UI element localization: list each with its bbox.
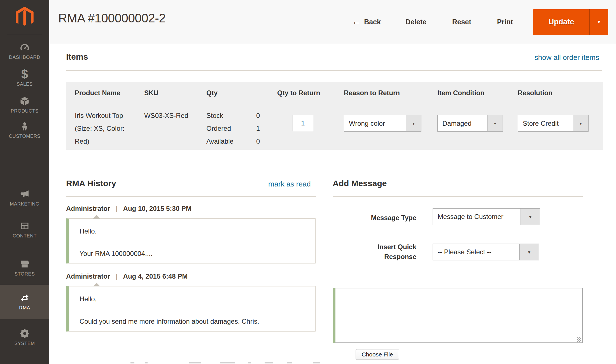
history-entry-header: Administrator | Aug 4, 2015 6:48 PM bbox=[66, 272, 188, 280]
magento-logo-icon bbox=[14, 6, 35, 30]
col-header-product-name: Product Name bbox=[75, 89, 144, 97]
quick-response-select[interactable]: -- Please Select -- ▼ bbox=[433, 244, 539, 260]
message-type-select[interactable]: Message to Customer ▼ bbox=[433, 208, 540, 225]
back-arrow-icon: ← bbox=[352, 17, 360, 26]
col-header-item-condition: Item Condition bbox=[437, 89, 518, 97]
sidebar-item-system[interactable]: SYSTEM bbox=[0, 327, 49, 346]
rma-icon bbox=[0, 292, 49, 304]
history-message-note: Hello, Could you send me more informatio… bbox=[66, 286, 316, 332]
rma-history-rule bbox=[66, 196, 316, 197]
magento-logo[interactable] bbox=[0, 6, 49, 31]
history-separator: | bbox=[116, 272, 117, 280]
update-split-button[interactable]: Update ▼ bbox=[533, 9, 608, 35]
resize-handle[interactable] bbox=[577, 337, 581, 342]
sidebar-item-label: RMA bbox=[0, 305, 49, 311]
cell-qty-to-return bbox=[277, 109, 344, 148]
delete-button[interactable]: Delete bbox=[405, 18, 426, 26]
marketing-icon bbox=[0, 188, 49, 200]
sidebar-item-label: SYSTEM bbox=[0, 341, 49, 346]
header-actions: ← Back Delete Reset Print Update ▼ bbox=[352, 0, 608, 44]
sidebar-item-rma[interactable]: RMA bbox=[0, 285, 49, 319]
update-dropdown-toggle[interactable]: ▼ bbox=[590, 9, 608, 35]
system-icon bbox=[0, 328, 49, 339]
cell-sku: WS03-XS-Red bbox=[144, 109, 206, 148]
sidebar-item-sales[interactable]: $ SALES bbox=[0, 68, 49, 87]
history-author: Administrator bbox=[66, 272, 110, 280]
chevron-down-icon: ▼ bbox=[519, 244, 539, 260]
cell-item-condition: Damaged ▼ bbox=[437, 109, 518, 148]
history-date: Aug 10, 2015 5:30 PM bbox=[123, 205, 192, 213]
sidebar-item-dashboard[interactable]: DASHBOARD bbox=[0, 41, 49, 60]
admin-sidebar: DASHBOARD $ SALES PRODUCTS CUSTOMERS MAR… bbox=[0, 0, 49, 364]
chevron-down-icon: ▼ bbox=[487, 115, 503, 131]
cell-qty: Stock 0 Ordered 1 Available 0 bbox=[206, 109, 277, 148]
chevron-down-icon: ▼ bbox=[406, 115, 421, 131]
add-message-rule bbox=[333, 196, 583, 197]
history-separator: | bbox=[116, 205, 117, 213]
sidebar-item-products[interactable]: PRODUCTS bbox=[0, 95, 49, 114]
message-type-label: Message Type bbox=[333, 213, 416, 223]
qty-ordered-row: Ordered 1 bbox=[206, 122, 277, 135]
history-message-note: Hello, Your RMA 100000004.... bbox=[66, 218, 316, 263]
col-header-sku: SKU bbox=[144, 89, 206, 97]
sidebar-divider bbox=[7, 35, 42, 35]
customers-icon bbox=[0, 120, 49, 132]
sidebar-item-label: CONTENT bbox=[0, 233, 49, 239]
history-date: Aug 4, 2015 6:48 PM bbox=[123, 272, 188, 280]
sidebar-item-label: PRODUCTS bbox=[0, 108, 49, 114]
sidebar-item-label: STORES bbox=[0, 271, 49, 277]
col-header-resolution: Resolution bbox=[518, 89, 603, 97]
sidebar-item-label: SALES bbox=[0, 81, 49, 87]
chevron-down-icon: ▼ bbox=[597, 19, 601, 25]
quick-response-label: Insert Quick Response bbox=[366, 242, 416, 262]
sales-icon: $ bbox=[0, 68, 49, 80]
reason-to-return-select[interactable]: Wrong color ▼ bbox=[344, 115, 421, 132]
print-button[interactable]: Print bbox=[497, 18, 513, 26]
stores-icon bbox=[0, 258, 49, 270]
mark-as-read-link[interactable]: mark as read bbox=[268, 180, 311, 188]
chevron-down-icon: ▼ bbox=[573, 115, 588, 131]
items-table: Product Name SKU Qty Qty to Return Reaso… bbox=[66, 82, 603, 150]
rma-detail-page: DASHBOARD $ SALES PRODUCTS CUSTOMERS MAR… bbox=[0, 0, 616, 364]
history-entry-header: Administrator | Aug 10, 2015 5:30 PM bbox=[66, 205, 192, 213]
sidebar-item-stores[interactable]: STORES bbox=[0, 258, 49, 277]
page-header: RMA #100000002-2 ← Back Delete Reset Pri… bbox=[49, 0, 616, 44]
items-section-title: Items bbox=[66, 52, 88, 62]
col-header-reason-to-return: Reason to Return bbox=[344, 89, 437, 97]
rma-history-title: RMA History bbox=[66, 179, 116, 188]
history-author: Administrator bbox=[66, 205, 110, 213]
col-header-qty: Qty bbox=[206, 89, 277, 97]
resolution-select[interactable]: Store Credit ▼ bbox=[518, 115, 589, 132]
sidebar-item-content[interactable]: CONTENT bbox=[0, 220, 49, 239]
clipped-text-row bbox=[0, 362, 616, 364]
dashboard-icon bbox=[0, 41, 49, 53]
comment-textarea[interactable] bbox=[335, 288, 582, 342]
chevron-down-icon: ▼ bbox=[521, 209, 540, 225]
items-section-rule bbox=[66, 70, 602, 71]
products-icon bbox=[0, 95, 49, 107]
sidebar-item-label: MARKETING bbox=[0, 201, 49, 207]
back-button[interactable]: ← Back bbox=[352, 17, 381, 27]
qty-stock-row: Stock 0 bbox=[206, 109, 277, 122]
sidebar-item-marketing[interactable]: MARKETING bbox=[0, 188, 49, 207]
add-message-title: Add Message bbox=[333, 179, 387, 188]
sidebar-item-label: CUSTOMERS bbox=[0, 134, 49, 139]
update-button[interactable]: Update bbox=[533, 9, 589, 35]
show-all-order-items-link[interactable]: show all order items bbox=[535, 53, 599, 62]
sidebar-item-customers[interactable]: CUSTOMERS bbox=[0, 120, 49, 139]
content-icon bbox=[0, 220, 49, 232]
page-title: RMA #100000002-2 bbox=[58, 11, 165, 25]
qty-to-return-input[interactable] bbox=[293, 115, 313, 131]
reset-button[interactable]: Reset bbox=[452, 18, 471, 26]
cell-reason-to-return: Wrong color ▼ bbox=[344, 109, 437, 148]
item-condition-select[interactable]: Damaged ▼ bbox=[437, 115, 503, 132]
history-message-text: Hello, Could you send me more informatio… bbox=[69, 286, 315, 327]
cell-resolution: Store Credit ▼ bbox=[518, 109, 603, 148]
col-header-qty-to-return: Qty to Return bbox=[277, 89, 344, 97]
history-message-text: Hello, Your RMA 100000004.... bbox=[69, 219, 315, 259]
comment-box bbox=[333, 288, 583, 343]
qty-available-row: Available 0 bbox=[206, 135, 277, 148]
sidebar-item-label: DASHBOARD bbox=[0, 55, 49, 60]
choose-file-button[interactable]: Choose File bbox=[356, 349, 399, 360]
cell-product-name: Iris Workout Top (Size: XS, Color: Red) bbox=[75, 109, 136, 148]
